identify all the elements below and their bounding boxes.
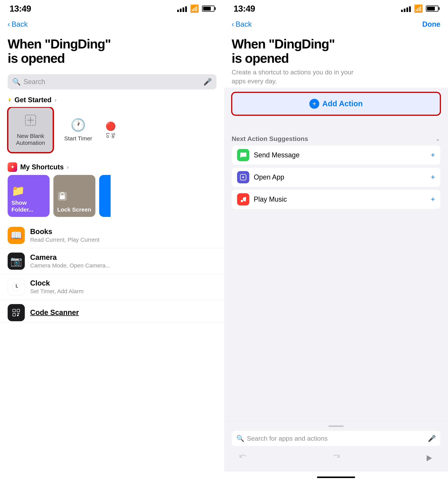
music-icon [237,193,249,205]
start-timer-card[interactable]: 🕐 Start Timer [57,107,99,153]
right-chevron-icon: ‹ [232,20,234,28]
cards-row: New BlankAutomation 🕐 Start Timer 🔴 SeLo [0,107,224,159]
svg-rect-4 [60,195,65,199]
shortcut-cards-row: 📁 Show Folder... Lock Screen [0,175,224,223]
done-button[interactable]: Done [422,20,440,28]
shortcuts-logo: ✦ [8,162,17,172]
send-message-label: Send Message [254,151,426,159]
bottom-search-bar[interactable]: 🔍 Search for apps and actions 🎤 [232,431,440,446]
partial-shortcut-card[interactable] [99,175,111,217]
svg-rect-16 [17,315,18,316]
app-list-section: 📖 Books Read Current, Play Current 📷 Cam… [0,223,224,322]
search-placeholder: Search [24,78,201,86]
right-back-button[interactable]: ‹ Back [232,20,252,28]
search-icon: 🔍 [12,78,21,86]
suggestions-header: Next Action Suggestions ⌄ [224,131,448,145]
left-status-time: 13:49 [9,3,31,14]
start-timer-label: Start Timer [64,135,92,142]
left-phone-panel: 13:49 📶 ‹ Back When "DingDing"is opened [0,0,224,483]
messages-icon [237,149,249,161]
right-status-time: 13:49 [234,3,255,14]
show-folder-label: Show Folder... [11,199,46,213]
left-back-button[interactable]: ‹ Back [8,20,28,28]
redo-button[interactable] [328,451,344,466]
open-app-icon [237,171,249,183]
send-message-add-icon[interactable]: + [431,151,435,159]
right-wifi-icon: 📶 [414,4,423,13]
right-title-area: When "DingDing"is opened Create a shortc… [224,33,448,88]
suggestions-label: Next Action Suggestions [232,135,308,143]
code-scanner-name: Code Scanner [30,308,216,317]
right-scroll-content: When "DingDing"is opened Create a shortc… [224,33,448,421]
camera-icon: 📷 [8,253,25,270]
svg-point-9 [16,287,16,287]
bottom-mic-icon[interactable]: 🎤 [428,435,436,442]
bottom-search-icon: 🔍 [236,435,244,442]
right-status-bar: 13:49 📶 [224,0,448,17]
my-shortcuts-label: My Shortcuts [20,163,64,171]
battery-icon [202,6,215,12]
svg-marker-22 [427,455,432,461]
play-music-add-icon[interactable]: + [431,195,435,203]
suggestion-send-message[interactable]: Send Message + [232,145,440,165]
play-music-label: Play Music [254,195,426,203]
my-shortcuts-chevron-icon: › [67,163,69,170]
show-folder-icon: 📁 [11,185,25,197]
right-home-indicator [224,472,448,483]
right-status-icons: 📶 [401,4,439,13]
show-folder-card[interactable]: 📁 Show Folder... [8,175,50,217]
suggestion-play-music[interactable]: Play Music + [232,190,440,209]
left-search-bar[interactable]: 🔍 Search 🎤 [8,74,216,89]
mic-icon[interactable]: 🎤 [203,78,212,86]
undo-button[interactable] [236,451,251,466]
camera-name: Camera [30,253,216,262]
partial-card[interactable]: 🔴 SeLo [103,107,118,153]
spacer [224,120,448,131]
open-app-label: Open App [254,173,426,181]
get-started-label: Get Started [15,96,51,104]
right-page-subtitle: Create a shortcut to actions you do in y… [232,68,440,86]
suggestion-open-app[interactable]: Open App + [232,168,440,187]
app-item-books[interactable]: 📖 Books Read Current, Play Current [0,223,224,248]
clock-icon: 🕐 [71,118,86,132]
left-title-area: When "DingDing"is opened [0,33,224,71]
left-nav-bar: ‹ Back [0,17,224,33]
open-app-add-icon[interactable]: + [431,173,435,181]
right-bottom-panel: 🔍 Search for apps and actions 🎤 [224,421,448,472]
svg-point-20 [241,200,243,202]
home-bar [317,476,355,478]
books-sub: Read Current, Play Current [30,237,216,243]
partial-card-label: SeLo [105,133,116,138]
get-started-header: 💡 Get Started › [0,94,224,107]
bottom-search-placeholder: Search for apps and actions [247,435,425,442]
code-scanner-icon [8,304,25,321]
left-chevron-icon: ‹ [8,20,10,28]
right-page-title: When "DingDing"is opened [232,37,440,65]
play-button[interactable] [421,451,437,466]
app-item-camera[interactable]: 📷 Camera Camera Mode, Open Camera... [0,248,224,274]
partial-card-icon: 🔴 [105,121,116,131]
my-shortcuts-header: ✦ My Shortcuts › [0,159,224,175]
clock-app-icon [8,278,25,296]
shortcuts-logo-icon: ✦ [10,164,15,170]
bottom-actions-row [232,451,440,466]
books-icon: 📖 [8,227,25,244]
app-item-clock[interactable]: Clock Set Timer, Add Alarm [0,274,224,300]
clock-name: Clock [30,279,216,287]
left-scroll-content: When "DingDing"is opened 🔍 Search 🎤 💡 Ge… [0,33,224,483]
new-blank-automation-card[interactable]: New BlankAutomation [8,107,53,153]
add-action-button[interactable]: + Add Action [232,92,440,115]
left-page-title: When "DingDing"is opened [8,37,216,65]
books-name: Books [30,228,216,236]
right-battery-icon [426,6,439,12]
right-nav-bar: ‹ Back Done [224,17,448,33]
app-item-code-scanner[interactable]: Code Scanner [0,300,224,322]
signal-icon [177,5,187,12]
right-signal-icon [401,5,411,12]
add-action-plus-icon: + [309,99,319,109]
lock-screen-card[interactable]: Lock Screen [53,175,95,217]
add-action-label: Add Action [322,99,363,108]
camera-sub: Camera Mode, Open Camera... [30,262,216,269]
drag-handle [328,425,344,427]
get-started-chevron-icon: › [55,96,57,103]
